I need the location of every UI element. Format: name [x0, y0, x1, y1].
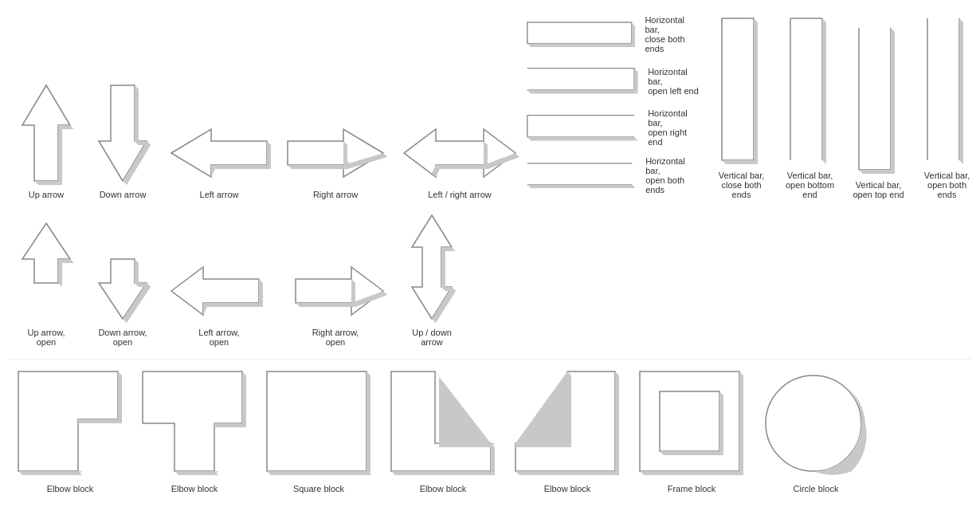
svg-marker-82: [174, 471, 218, 475]
svg-marker-65: [259, 279, 263, 307]
right-arrow-open-svg: [284, 259, 387, 323]
vbar-open-top-svg: [851, 24, 907, 175]
up-arrow-open-label: Up arrow,open: [27, 328, 65, 347]
svg-marker-85: [267, 471, 370, 475]
shape-item-right-arrow: Right arrow: [284, 121, 387, 199]
svg-marker-70: [296, 303, 355, 307]
svg-marker-61: [135, 259, 139, 287]
elbow-block-1-label: Elbow block: [47, 484, 94, 493]
svg-marker-94: [515, 471, 619, 475]
shape-item-square-block: Square block: [263, 368, 374, 493]
svg-marker-30: [634, 69, 638, 94]
down-arrow-open-label: Down arrow,open: [98, 328, 147, 347]
svg-marker-89: [491, 443, 495, 475]
up-arrow-open-svg: [14, 219, 78, 323]
shape-item-right-arrow-open: Right arrow,open: [284, 259, 387, 347]
circle-block-svg: [760, 368, 872, 479]
svg-marker-92: [515, 372, 571, 447]
svg-rect-96: [660, 391, 719, 451]
shape-item-down-arrow-open: Down arrow,open: [91, 219, 155, 347]
hbar-close-both-item: Horizontal bar,close both ends: [526, 15, 700, 53]
svg-marker-66: [203, 303, 263, 307]
shape-item-down-arrow: Down arrow: [91, 81, 155, 199]
svg-marker-79: [18, 471, 82, 475]
svg-marker-64: [171, 267, 259, 315]
svg-marker-23: [632, 22, 635, 47]
up-down-arrow-label: Up / downarrow: [412, 328, 452, 347]
down-arrow-open-svg: [91, 219, 155, 323]
svg-marker-93: [615, 372, 619, 475]
svg-marker-15: [288, 165, 347, 169]
svg-marker-97: [739, 372, 743, 475]
shape-item-left-arrow-open: Left arrow,open: [167, 259, 271, 347]
vbars-section: Vertical bar,close both ends Vertical ba…: [708, 8, 980, 199]
left-arrow-svg: [167, 121, 271, 185]
hbar-open-right-label: Horizontal bar,open right end: [648, 108, 699, 147]
elbow-block-3-label: Elbow block: [420, 484, 467, 493]
svg-marker-19: [436, 165, 488, 169]
vbar-close-both-item: Vertical bar,close both ends: [714, 14, 770, 199]
hbar-open-left-label: Horizontal bar,open left end: [648, 67, 699, 96]
vbar-open-both-item: Vertical bar,open both ends: [919, 14, 975, 199]
vbar-close-both-svg: [714, 14, 770, 166]
svg-marker-37: [527, 136, 638, 140]
svg-marker-56: [22, 223, 70, 283]
left-right-arrow-label: Left / right arrow: [428, 190, 491, 199]
row-2: Up arrow,open Down arrow,open Left arrow…: [8, 211, 972, 347]
svg-marker-10: [211, 165, 271, 169]
svg-marker-99: [719, 391, 723, 455]
svg-marker-5: [135, 85, 139, 145]
svg-marker-68: [296, 267, 383, 315]
svg-marker-0: [22, 85, 70, 181]
shape-item-up-arrow: Up arrow: [14, 81, 78, 199]
svg-marker-98: [640, 471, 743, 475]
hbars-section: Horizontal bar,close both ends Horizonta…: [526, 10, 700, 199]
vbar-open-bottom-item: Vertical bar,open bottom end: [782, 14, 838, 199]
svg-marker-42: [754, 18, 758, 164]
svg-marker-52: [859, 170, 895, 174]
down-arrow-svg: [91, 81, 155, 185]
shape-item-circle-block: Circle block: [760, 368, 872, 493]
svg-marker-51: [891, 28, 895, 174]
hbar-open-left-svg: [526, 63, 641, 99]
svg-marker-43: [722, 160, 758, 164]
vbar-close-both-label: Vertical bar,close both ends: [714, 171, 770, 199]
circle-block-label: Circle block: [794, 484, 839, 493]
hbar-open-both-item: Horizontal bar,open both ends: [526, 156, 700, 195]
vbar-open-both-svg: [919, 14, 975, 166]
svg-marker-60: [99, 259, 147, 319]
svg-marker-24: [527, 43, 635, 46]
shape-item-elbow-block-4: Elbow block: [512, 368, 623, 493]
row-3: Elbow block Elbow block Square block: [8, 359, 972, 493]
elbow-block-3-svg: [387, 368, 499, 479]
svg-marker-31: [527, 90, 638, 94]
svg-marker-12: [288, 129, 383, 177]
hbar-close-both-svg: [526, 17, 638, 53]
svg-marker-100: [660, 451, 723, 455]
hbar-open-both-svg: [526, 158, 639, 194]
svg-marker-40: [527, 184, 636, 187]
right-arrow-open-label: Right arrow,open: [312, 328, 359, 347]
svg-marker-55: [959, 18, 963, 164]
shape-item-left-arrow: Left arrow: [167, 121, 271, 199]
shape-item-elbow-block-2: Elbow block: [139, 368, 250, 493]
shape-item-up-down-arrow: Up / downarrow: [400, 211, 464, 347]
vbar-open-bottom-svg: [782, 14, 838, 166]
svg-marker-2: [58, 125, 62, 185]
vbar-open-bottom-label: Vertical bar,open bottom end: [782, 171, 838, 199]
shape-item-elbow-block-1: Elbow block: [14, 368, 126, 493]
shape-item-elbow-block-3: Elbow block: [387, 368, 499, 493]
left-arrow-open-label: Left arrow,open: [198, 328, 239, 347]
down-arrow-label: Down arrow: [100, 190, 147, 199]
square-block-svg: [263, 368, 374, 479]
elbow-block-1-svg: [14, 368, 126, 479]
svg-marker-17: [404, 129, 515, 177]
svg-marker-59: [58, 259, 62, 287]
svg-marker-90: [391, 471, 495, 475]
elbow-block-4-label: Elbow block: [544, 484, 591, 493]
left-arrow-open-svg: [167, 259, 271, 323]
svg-marker-80: [143, 372, 242, 471]
hbar-open-right-item: Horizontal bar,open right end: [526, 108, 700, 147]
vbar-open-top-item: Vertical bar,open top end: [851, 24, 907, 199]
hbar-close-both-label: Horizontal bar,close both ends: [645, 15, 699, 53]
